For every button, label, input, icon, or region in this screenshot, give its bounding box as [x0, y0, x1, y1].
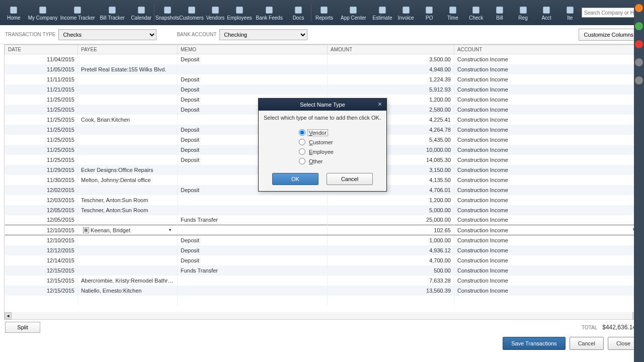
toolbar-estimate[interactable]: Estimate	[371, 1, 394, 25]
toolbar-bank-feeds[interactable]: Bank Feeds	[252, 1, 287, 25]
payee-cell	[78, 54, 178, 64]
toolbar-vendors[interactable]: Vendors	[204, 1, 227, 25]
radio-input-customer[interactable]	[299, 139, 305, 145]
payee-cell	[78, 135, 178, 145]
toolbar-customers[interactable]: Customers	[179, 1, 203, 25]
payee-cell: Cook, Brian:Kitchen	[78, 115, 178, 125]
radio-other[interactable]: Other	[299, 156, 381, 166]
save-transactions-button[interactable]: Save Transactions	[503, 337, 566, 350]
payee-cell: Pretell Real Estate:155 Wilks Blvd.	[78, 64, 178, 74]
transaction-type-select[interactable]: Checks	[58, 29, 156, 40]
table-row[interactable]: 11/05/2015Pretell Real Estate:155 Wilks …	[5, 64, 639, 74]
ok-button[interactable]: OK	[272, 173, 318, 185]
table-row[interactable]: 11/11/2015Deposit1,224.39Construction In…	[5, 74, 639, 84]
radio-vendor[interactable]: Vendor	[299, 128, 381, 137]
date-cell: 12/15/2015	[5, 286, 78, 296]
radio-input-other[interactable]	[299, 158, 305, 164]
main-toolbar: HomeMy CompanyIncome TrackerBill Tracker…	[0, 0, 644, 25]
table-row[interactable]: 12/15/2015Funds Transfer500.00Constructi…	[5, 265, 639, 276]
side-icon-2[interactable]	[635, 22, 643, 30]
table-row[interactable]: 12/10/2015▦ Keenan, Bridget▼102.65Constr…	[5, 225, 639, 235]
chevron-down-icon[interactable]: ▼	[168, 228, 174, 232]
toolbar-time[interactable]: Time	[441, 1, 465, 25]
dialog-cancel-button[interactable]: Cancel	[327, 173, 373, 185]
payee-cell	[78, 145, 178, 155]
split-button[interactable]: Split	[5, 322, 40, 333]
toolbar-app-center[interactable]: App Center	[336, 1, 371, 25]
toolbar-calendar[interactable]: Calendar	[130, 1, 153, 25]
table-row[interactable]: 12/10/2015Deposit1,000.00Construction In…	[5, 235, 639, 245]
column-payee[interactable]: PAYEE	[78, 45, 178, 54]
payee-cell	[78, 255, 178, 265]
svg-rect-17	[473, 7, 479, 13]
payee-cell[interactable]: Keenan, Bridget	[91, 227, 130, 233]
amount-cell: 5,912.93	[328, 84, 454, 95]
toolbar-reports[interactable]: Reports	[312, 1, 336, 25]
toolbar-acct[interactable]: Acct	[535, 1, 558, 25]
table-row[interactable]: 12/14/2015Deposit4,700.00Construction In…	[5, 255, 639, 265]
account-cell: Construction Income	[454, 276, 639, 286]
toolbar-po[interactable]: PO	[418, 1, 441, 25]
date-cell	[5, 296, 78, 306]
side-icon-4[interactable]	[635, 58, 643, 66]
side-icon-5[interactable]	[635, 76, 643, 84]
table-row[interactable]: 12/03/2015Teschner, Anton:Sun Room1,200.…	[5, 195, 639, 205]
column-memo[interactable]: MEMO	[178, 45, 328, 54]
toolbar-bill-tracker[interactable]: Bill Tracker	[95, 1, 130, 25]
toolbar-income-tracker[interactable]: Income Tracker	[60, 1, 95, 25]
bank-account-select[interactable]: Checking	[219, 29, 307, 40]
radio-input-vendor[interactable]	[299, 129, 305, 136]
search-input[interactable]	[582, 8, 642, 18]
account-cell: Construction Income▼	[454, 225, 639, 235]
table-row[interactable]: 12/05/2015Funds Transfer25,000.00Constru…	[5, 215, 639, 225]
toolbar-check[interactable]: Check	[464, 1, 488, 25]
account-cell: Construction Income	[454, 245, 639, 255]
memo-cell: Deposit	[178, 74, 328, 84]
column-date[interactable]: DATE	[5, 45, 78, 54]
toolbar-home[interactable]: Home	[2, 1, 26, 25]
table-row[interactable]: 11/04/2015Deposit3,500.00Construction In…	[5, 54, 639, 64]
toolbar-ite[interactable]: Ite	[558, 1, 582, 25]
table-row[interactable]: 11/21/2015Deposit5,912.93Construction In…	[5, 84, 639, 95]
account-cell: Construction Income	[454, 105, 639, 115]
toolbar-snapshots[interactable]: Snapshots	[155, 1, 179, 25]
account-cell: Construction Income	[454, 155, 639, 165]
close-icon[interactable]: ×	[375, 100, 384, 109]
column-account[interactable]: ACCOUNT	[454, 45, 639, 54]
side-icon-1[interactable]	[635, 4, 643, 12]
toolbar-reg[interactable]: Reg	[511, 1, 535, 25]
svg-rect-18	[496, 7, 503, 13]
toolbar-bill[interactable]: Bill	[488, 1, 512, 25]
account-cell: Construction Income	[454, 64, 639, 74]
table-row[interactable]: 12/15/2015Natiello, Ernesto:Kitchen13,56…	[5, 286, 639, 296]
payee-cell	[78, 235, 178, 245]
scroll-left-icon[interactable]: ◄	[5, 312, 12, 319]
table-row[interactable]: 12/12/2015Deposit4,936.12Construction In…	[5, 245, 639, 255]
cancel-button[interactable]: Cancel	[570, 337, 604, 350]
table-row[interactable]	[5, 296, 639, 306]
radio-customer[interactable]: Customer	[299, 137, 381, 147]
dialog-titlebar[interactable]: Select Name Type ×	[259, 99, 386, 111]
table-row[interactable]: 12/05/2015Teschner, Anton:Sun Room5,000.…	[5, 205, 639, 215]
toolbar-invoice[interactable]: Invoice	[394, 1, 418, 25]
payee-cell: Teschner, Anton:Sun Room	[78, 205, 178, 215]
toolbar-my-company[interactable]: My Company	[26, 1, 60, 25]
calendar-icon[interactable]: ▦	[83, 227, 89, 233]
table-row[interactable]: 12/15/2015Abercrombie, Kristy:Remodel Ba…	[5, 276, 639, 286]
amount-cell: 1,000.00	[328, 235, 454, 245]
customize-columns-button[interactable]: Customize Columns	[579, 29, 639, 41]
memo-cell: Funds Transfer	[178, 265, 328, 276]
horizontal-scrollbar[interactable]: ◄ ►	[5, 312, 639, 319]
payee-cell	[78, 74, 178, 84]
radio-employee[interactable]: Employee	[299, 147, 381, 156]
account-cell: Construction Income	[454, 185, 639, 195]
account-cell: Construction Income	[454, 205, 639, 215]
column-amount[interactable]: AMOUNT	[328, 45, 454, 54]
toolbar-docs[interactable]: Docs	[287, 1, 310, 25]
toolbar-employees[interactable]: Employees	[227, 1, 252, 25]
side-icon-3[interactable]	[635, 40, 643, 48]
memo-cell	[178, 205, 328, 215]
svg-rect-4	[138, 7, 144, 13]
radio-input-employee[interactable]	[299, 148, 305, 155]
date-cell: 11/25/2015	[5, 95, 78, 105]
